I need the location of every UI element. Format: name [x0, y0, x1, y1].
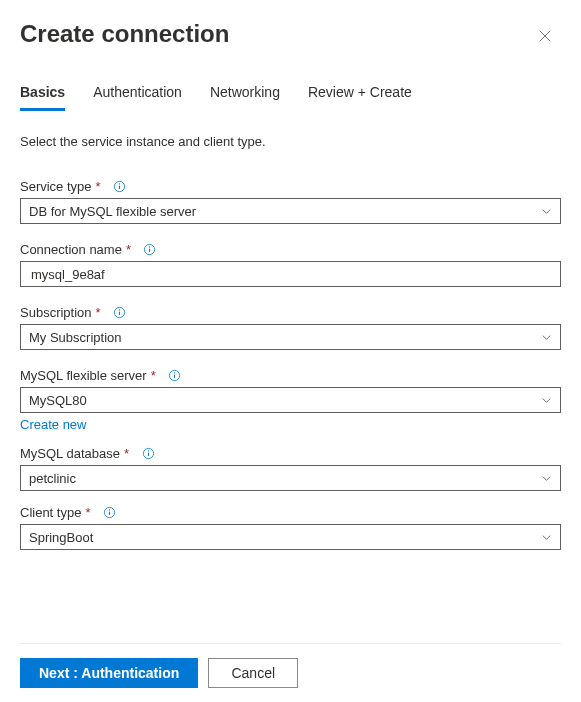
instruction-text: Select the service instance and client t…	[20, 134, 561, 149]
tab-review-create[interactable]: Review + Create	[308, 84, 412, 111]
panel-title: Create connection	[20, 20, 229, 48]
tab-authentication[interactable]: Authentication	[93, 84, 182, 111]
label-text: Client type	[20, 505, 81, 520]
label-text: Subscription	[20, 305, 92, 320]
field-connection-name: Connection name *	[20, 242, 561, 287]
chevron-down-icon	[540, 394, 552, 406]
chevron-down-icon	[540, 472, 552, 484]
subscription-select[interactable]: My Subscription	[20, 324, 561, 350]
connection-name-input[interactable]	[20, 261, 561, 287]
panel-footer: Next : Authentication Cancel	[20, 643, 561, 688]
label-text: Service type	[20, 179, 92, 194]
label-text: MySQL database	[20, 446, 120, 461]
chevron-down-icon	[540, 205, 552, 217]
select-value: DB for MySQL flexible server	[29, 204, 196, 219]
info-icon[interactable]	[143, 243, 157, 257]
next-button[interactable]: Next : Authentication	[20, 658, 198, 688]
svg-point-16	[147, 450, 148, 451]
label-text: Connection name	[20, 242, 122, 257]
close-button[interactable]	[529, 20, 561, 52]
select-value: My Subscription	[29, 330, 121, 345]
required-mark: *	[126, 242, 131, 257]
label-subscription: Subscription *	[20, 305, 561, 320]
info-icon[interactable]	[102, 506, 116, 520]
required-mark: *	[124, 446, 129, 461]
cancel-button[interactable]: Cancel	[208, 658, 298, 688]
basics-form: Service type * DB for MySQL flexible ser…	[20, 165, 561, 550]
chevron-down-icon	[540, 531, 552, 543]
required-mark: *	[151, 368, 156, 383]
field-client-type: Client type * SpringBoot	[20, 505, 561, 550]
required-mark: *	[96, 179, 101, 194]
label-client-type: Client type *	[20, 505, 561, 520]
select-value: petclinic	[29, 471, 76, 486]
select-value: MySQL80	[29, 393, 87, 408]
required-mark: *	[96, 305, 101, 320]
field-database: MySQL database * petclinic	[20, 446, 561, 491]
create-connection-panel: Create connection Basics Authentication …	[0, 0, 581, 702]
info-icon[interactable]	[113, 180, 127, 194]
tab-basics[interactable]: Basics	[20, 84, 65, 111]
svg-point-7	[149, 246, 150, 247]
svg-point-10	[119, 309, 120, 310]
select-value: SpringBoot	[29, 530, 93, 545]
tab-bar: Basics Authentication Networking Review …	[20, 84, 561, 112]
create-new-link[interactable]: Create new	[20, 417, 86, 432]
label-flexible-server: MySQL flexible server *	[20, 368, 561, 383]
label-service-type: Service type *	[20, 179, 561, 194]
tab-networking[interactable]: Networking	[210, 84, 280, 111]
service-type-select[interactable]: DB for MySQL flexible server	[20, 198, 561, 224]
panel-header: Create connection	[20, 16, 561, 52]
close-icon	[538, 29, 552, 43]
svg-point-13	[174, 372, 175, 373]
chevron-down-icon	[540, 331, 552, 343]
svg-point-19	[109, 509, 110, 510]
label-connection-name: Connection name *	[20, 242, 561, 257]
connection-name-field[interactable]	[29, 266, 552, 283]
client-type-select[interactable]: SpringBoot	[20, 524, 561, 550]
database-select[interactable]: petclinic	[20, 465, 561, 491]
field-service-type: Service type * DB for MySQL flexible ser…	[20, 179, 561, 224]
info-icon[interactable]	[113, 306, 127, 320]
svg-point-4	[119, 183, 120, 184]
info-icon[interactable]	[168, 369, 182, 383]
label-text: MySQL flexible server	[20, 368, 147, 383]
field-subscription: Subscription * My Subscription	[20, 305, 561, 350]
flexible-server-select[interactable]: MySQL80	[20, 387, 561, 413]
field-flexible-server: MySQL flexible server * MySQL80 Create n…	[20, 368, 561, 432]
info-icon[interactable]	[141, 447, 155, 461]
label-database: MySQL database *	[20, 446, 561, 461]
required-mark: *	[85, 505, 90, 520]
